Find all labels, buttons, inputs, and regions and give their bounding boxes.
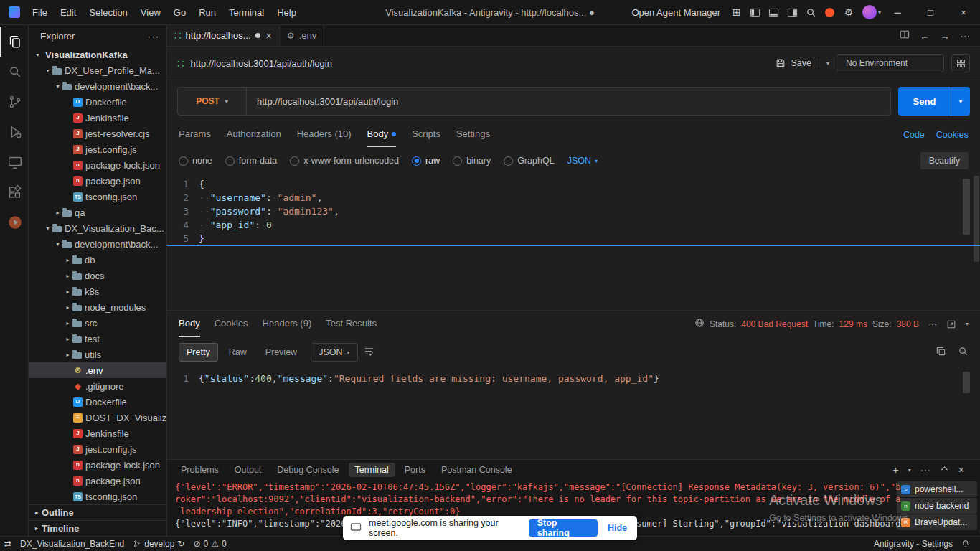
collapse-response-chevron-icon[interactable]: ▾	[966, 321, 969, 327]
response-tab-headers-9[interactable]: Headers (9)	[263, 311, 312, 337]
tree-folder-development-back[interactable]: ▾development\back...	[29, 78, 166, 94]
panel-tab-ports[interactable]: Ports	[398, 463, 432, 477]
environment-quick-look-icon[interactable]	[951, 54, 970, 72]
tree-file-gitignore[interactable]: ◆.gitignore	[29, 378, 166, 394]
menu-terminal[interactable]: Terminal	[222, 0, 270, 25]
cookies-link[interactable]: Cookies	[936, 130, 969, 140]
body-mode-x-www-form-urlencoded[interactable]: x-www-form-urlencoded	[290, 156, 399, 166]
maximize-button[interactable]: □	[914, 0, 947, 25]
menu-view[interactable]: View	[134, 0, 167, 25]
raw-language-dropdown[interactable]: JSON▾	[567, 156, 598, 166]
view-pretty[interactable]: Pretty	[179, 343, 218, 362]
panel-more-actions-icon[interactable]: ···	[920, 464, 930, 476]
send-options-chevron-icon[interactable]: ▾	[951, 87, 970, 116]
body-mode-raw[interactable]: raw	[412, 156, 440, 166]
settings-gear-icon[interactable]: ⚙	[839, 2, 858, 22]
tree-file-jenkinsfile[interactable]: JJenkinsfile	[29, 425, 166, 441]
tree-file-jest-config-js[interactable]: Jjest.config.js	[29, 141, 166, 157]
request-tab-scripts[interactable]: Scripts	[412, 122, 440, 147]
layout-sidebar-right-icon[interactable]	[783, 2, 802, 22]
split-editor-icon[interactable]	[900, 29, 910, 42]
tree-file-package-lock-json[interactable]: npackage-lock.json	[29, 157, 166, 173]
request-editor-scrollbar[interactable]	[963, 179, 970, 235]
panel-tab-debug-console[interactable]: Debug Console	[270, 463, 345, 477]
request-body-editor[interactable]: 1{2··"username":·"admin",3··"password":·…	[167, 174, 980, 310]
editor-tab-http-localhos[interactable]: ∷http://localhos...×	[167, 25, 280, 46]
copy-response-icon[interactable]	[936, 346, 946, 359]
menu-help[interactable]: Help	[270, 0, 303, 25]
panel-tab-terminal[interactable]: Terminal	[349, 463, 395, 477]
sidebar-section-timeline[interactable]: ▸Timeline	[29, 520, 166, 536]
tree-folder-k8s[interactable]: ▸k8s	[29, 283, 166, 299]
tree-folder-dx-user-profile-ma[interactable]: ▾DX_User_Profile_Ma...	[29, 62, 166, 78]
explorer-icon[interactable]	[0, 27, 29, 57]
postman-icon[interactable]	[0, 207, 29, 237]
close-window-button[interactable]: ×	[947, 0, 980, 25]
terminal-instance-powershell[interactable]: >powershell...	[897, 481, 977, 497]
agent-grid-icon[interactable]: ⊞	[727, 2, 746, 22]
close-tab-icon[interactable]: ×	[266, 30, 272, 42]
panel-tab-problems[interactable]: Problems	[174, 463, 225, 477]
save-chevron-down-icon[interactable]: ▾	[826, 60, 829, 67]
request-tab-params[interactable]: Params	[179, 122, 211, 147]
tree-file-tsconfig-json[interactable]: TStsconfig.json	[29, 189, 166, 204]
menu-selection[interactable]: Selection	[83, 0, 133, 25]
method-dropdown[interactable]: POST▾	[178, 88, 247, 115]
request-tab-headers-10[interactable]: Headers (10)	[297, 122, 352, 147]
search-sidebar-icon[interactable]	[0, 57, 29, 87]
tree-folder-src[interactable]: ▸src	[29, 315, 166, 331]
response-language-dropdown[interactable]: JSON▾	[311, 343, 357, 362]
response-tab-body[interactable]: Body	[179, 311, 200, 337]
send-button[interactable]: Send ▾	[898, 87, 970, 116]
view-preview[interactable]: Preview	[258, 343, 305, 362]
terminal-instance-node-backend[interactable]: nnode backend	[897, 498, 977, 514]
tree-file-jest-resolver-cjs[interactable]: Jjest-resolver.cjs	[29, 126, 166, 141]
body-mode-graphql[interactable]: GraphQL	[504, 156, 554, 166]
code-link[interactable]: Code	[903, 130, 925, 140]
source-control-icon[interactable]	[0, 87, 29, 117]
panel-outer-scrollbar[interactable]	[974, 176, 979, 262]
editor-more-actions-icon[interactable]: ···	[960, 30, 970, 42]
menu-run[interactable]: Run	[192, 0, 222, 25]
tree-file-dockerfile[interactable]: DDockerfile	[29, 94, 166, 110]
settings-status-item[interactable]: Antigravity - Settings	[870, 539, 957, 549]
remote-explorer-icon[interactable]	[0, 147, 29, 177]
response-tab-cookies[interactable]: Cookies	[215, 311, 248, 337]
explorer-more-actions-icon[interactable]: ···	[148, 31, 159, 42]
tree-file-env[interactable]: ⚙.env	[29, 362, 166, 378]
response-body-viewer[interactable]: 1{"status":400,"message":"Required field…	[167, 367, 980, 459]
user-avatar[interactable]	[862, 5, 877, 19]
tree-folder-docs[interactable]: ▸docs	[29, 268, 166, 283]
tree-folder-dx-visualization-bac[interactable]: ▾DX_Visualization_Bac...	[29, 220, 166, 236]
save-button[interactable]: Save	[776, 58, 811, 68]
run-debug-icon[interactable]	[0, 117, 29, 147]
notifications-bell-icon[interactable]	[957, 540, 974, 548]
request-tab-settings[interactable]: Settings	[456, 122, 490, 147]
remote-indicator[interactable]: ⇄	[0, 537, 16, 551]
open-response-in-editor-icon[interactable]	[946, 319, 956, 329]
search-response-icon[interactable]	[958, 346, 969, 359]
tree-file-jest-config-js[interactable]: Jjest.config.js	[29, 441, 166, 457]
tree-file-package-json[interactable]: npackage.json	[29, 473, 166, 489]
tree-file-package-lock-json[interactable]: npackage-lock.json	[29, 457, 166, 473]
tree-folder-test[interactable]: ▸test	[29, 331, 166, 347]
tree-file-tsconfig-json[interactable]: TStsconfig.json	[29, 489, 166, 504]
beautify-button[interactable]: Beautify	[920, 152, 969, 169]
branch-sync-icon[interactable]: ↻	[177, 539, 184, 549]
problems-indicator[interactable]: ⊘0 ⚠0	[189, 537, 230, 551]
response-more-actions-icon[interactable]: ···	[928, 319, 937, 329]
nav-forward-icon[interactable]: →	[940, 30, 950, 42]
extensions-icon[interactable]	[0, 177, 29, 207]
layout-sidebar-left-icon[interactable]	[746, 2, 765, 22]
tree-folder-utils[interactable]: ▸utils	[29, 347, 166, 362]
terminal-instance-braveupdat[interactable]: BBraveUpdat...	[897, 514, 977, 530]
panel-tab-postman-console[interactable]: Postman Console	[435, 463, 519, 477]
maximize-panel-icon[interactable]	[940, 464, 949, 476]
nav-back-icon[interactable]: ←	[920, 30, 930, 42]
brave-icon[interactable]	[821, 2, 839, 22]
active-repository[interactable]: DX_Visualization_BackEnd	[16, 537, 128, 551]
menu-edit[interactable]: Edit	[54, 0, 83, 25]
response-scrollbar[interactable]	[963, 372, 970, 393]
tree-file-package-json[interactable]: npackage.json	[29, 173, 166, 189]
hide-toast-button[interactable]: Hide	[605, 523, 630, 533]
